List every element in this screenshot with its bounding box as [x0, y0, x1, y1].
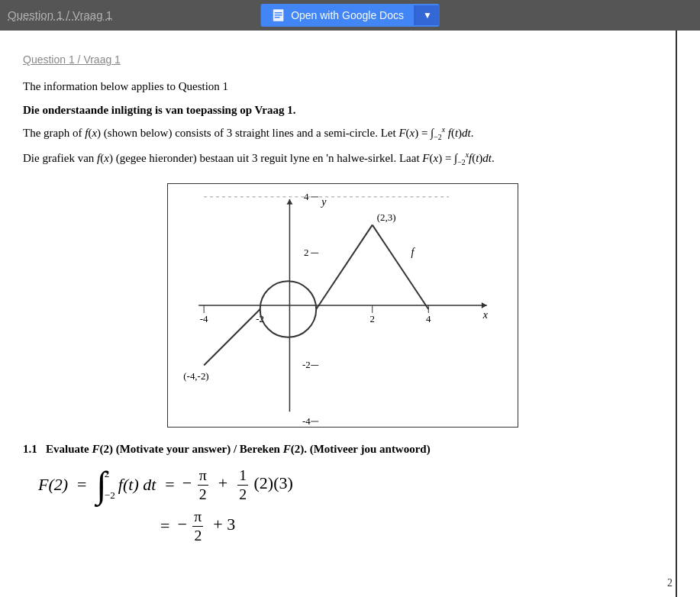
svg-line-28 — [316, 225, 373, 309]
svg-text:-4: -4 — [199, 313, 208, 324]
docs-icon — [271, 8, 285, 22]
dropdown-arrow-button[interactable]: ▼ — [415, 5, 440, 25]
svg-text:4: 4 — [304, 191, 309, 202]
integral-symbol: ∫ 2 −2 — [96, 465, 118, 505]
info-line2: Die onderstaande inligting is van toepas… — [23, 102, 662, 119]
integrand: f(t) dt — [118, 470, 156, 500]
svg-text:(2,3): (2,3) — [376, 211, 395, 223]
svg-rect-2 — [274, 15, 282, 16]
page-number: 2 — [667, 577, 673, 589]
svg-text:(-4,-2): (-4,-2) — [183, 371, 208, 382]
info-line3-en: The graph of f(x) (shown below) consists… — [23, 124, 662, 144]
math-eq3: = — [160, 511, 169, 541]
integral-upper: 2 — [105, 465, 115, 483]
svg-text:2: 2 — [304, 247, 308, 259]
svg-marker-8 — [286, 199, 292, 205]
math-eq2: = — [165, 470, 174, 500]
svg-text:y: y — [320, 196, 327, 208]
svg-text:f: f — [411, 247, 415, 259]
chevron-down-icon: ▼ — [423, 10, 432, 21]
question-header: Question 1 / Vraag 1 — [23, 53, 662, 66]
top-bar: Question 1 / Vraag 1 Open with Google Do… — [0, 0, 700, 31]
svg-text:4: 4 — [426, 313, 431, 324]
fraction-denominator: 2 — [192, 527, 203, 545]
question-number: 1.1 — [23, 443, 37, 455]
fraction-denominator: 2 — [198, 486, 208, 504]
pi-over-2-fraction: π 2 — [198, 466, 208, 504]
breadcrumb: Question 1 / Vraag 1 — [8, 8, 112, 21]
math-eq1: = — [77, 470, 86, 500]
fraction-numerator: π — [192, 508, 203, 527]
svg-text:-4: -4 — [302, 415, 310, 427]
question-11-text: Evaluate F(2) (Motivate your answer) / B… — [46, 443, 431, 455]
integral-lower: −2 — [105, 486, 115, 505]
fraction-numerator: 1 — [237, 466, 248, 486]
svg-line-29 — [372, 225, 428, 309]
content-area: Question 1 / Vraag 1 The information bel… — [0, 31, 700, 597]
info-line3-afr: Die grafiek van f(x) (gegee hieronder) b… — [23, 150, 662, 169]
math-lhs: F(2) — [38, 470, 68, 500]
svg-rect-1 — [274, 12, 282, 14]
pi-over-2-fraction-2: π 2 — [192, 508, 203, 545]
graph-box: -4 -2 2 4 x y 4 — [167, 183, 518, 428]
fraction-numerator: π — [198, 466, 208, 486]
math-line-1: F(2) = ∫ 2 −2 f(t) dt = − π 2 — [38, 465, 662, 505]
integral-limits: 2 −2 — [105, 465, 115, 505]
fraction-denominator: 2 — [237, 486, 248, 504]
math-display: F(2) = ∫ 2 −2 f(t) dt = − π 2 — [38, 465, 662, 544]
math-result: − π 2 + 3 — [177, 508, 235, 545]
svg-line-27 — [204, 309, 260, 366]
svg-text:x: x — [482, 309, 488, 321]
open-button-group[interactable]: Open with Google Docs ▼ — [260, 4, 440, 27]
graph-container: -4 -2 2 4 x y 4 — [23, 183, 662, 428]
math-rhs: − π 2 + 1 2 (2)(3) — [182, 466, 293, 504]
open-button-label: Open with Google Docs — [291, 9, 404, 21]
question-11-header: 1.1 Evaluate F(2) (Motivate your answer)… — [23, 443, 662, 456]
svg-text:2: 2 — [369, 313, 374, 324]
open-with-docs-button[interactable]: Open with Google Docs — [260, 4, 415, 27]
svg-text:-2: -2 — [302, 360, 310, 371]
svg-marker-7 — [481, 302, 486, 308]
svg-rect-3 — [274, 17, 279, 18]
half-fraction: 1 2 — [237, 466, 248, 504]
math-line-2: = − π 2 + 3 — [160, 508, 662, 545]
info-line1: The information below applies to Questio… — [23, 78, 662, 95]
